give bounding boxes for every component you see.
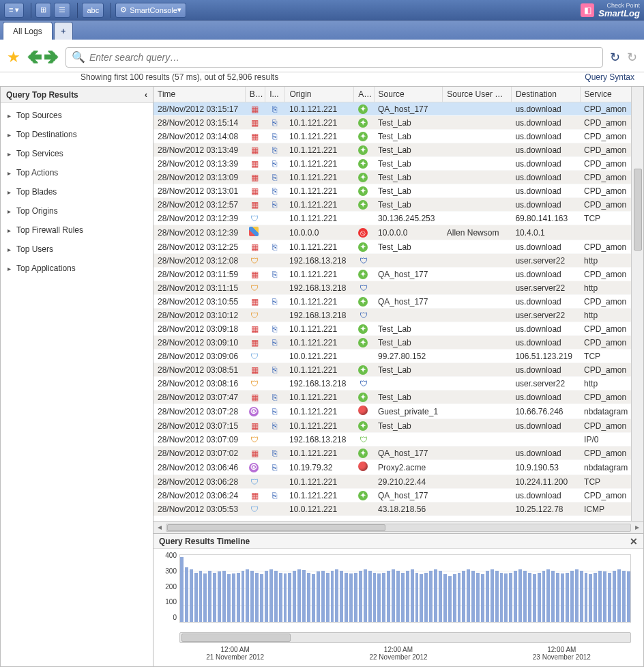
table-row[interactable]: 28/Nov/2012 03:07:02▦⎘10.1.121.221✦QA_ho… xyxy=(153,446,643,460)
table-row[interactable]: 28/Nov/2012 03:13:39▦⎘10.1.121.221✦Test_… xyxy=(153,157,643,171)
sidebar-item-top-users[interactable]: ▸Top Users xyxy=(1,240,153,259)
close-icon[interactable]: ✕ xyxy=(630,536,638,547)
cell-user xyxy=(443,268,512,281)
search-box[interactable]: 🔍 xyxy=(65,47,603,68)
hscroll-right-icon[interactable]: ▸ xyxy=(632,522,643,533)
table-row[interactable]: 28/Nov/2012 03:12:57▦⎘10.1.121.221✦Test_… xyxy=(153,198,643,212)
sidebar-item-top-actions[interactable]: ▸Top Actions xyxy=(1,163,153,182)
column-header[interactable]: Destination xyxy=(511,87,580,102)
cell-origin: 10.1.121.221 xyxy=(285,102,354,116)
table-row[interactable]: 28/Nov/2012 03:15:17▦⎘10.1.121.221✦QA_ho… xyxy=(153,102,643,116)
cell-source: Test_Lab xyxy=(374,363,443,377)
cell-info: ⎘ xyxy=(265,198,285,212)
table-row[interactable]: 28/Nov/2012 03:08:51▦⎘10.1.121.221✦Test_… xyxy=(153,363,643,377)
vertical-scrollbar[interactable] xyxy=(631,87,643,521)
accept-icon: ✦ xyxy=(358,338,368,347)
left-panel-header[interactable]: Query Top Results ‹ xyxy=(1,87,153,103)
column-header[interactable]: Source User N... xyxy=(443,87,512,102)
sidebar-item-top-firewall-rules[interactable]: ▸Top Firewall Rules xyxy=(1,221,153,240)
log-icon: ⎘ xyxy=(269,242,280,252)
table-row[interactable]: 28/Nov/2012 03:06:24▦⎘10.1.121.221✦QA_ho… xyxy=(153,489,643,502)
nav-back-icon[interactable]: 🡸 xyxy=(27,48,42,66)
cell-dest xyxy=(511,433,580,446)
cell-time: 28/Nov/2012 03:13:49 xyxy=(153,143,245,157)
table-row[interactable]: 28/Nov/2012 03:09:06🛡10.0.121.22199.27.8… xyxy=(153,350,643,363)
cell-blade: 🛡 xyxy=(245,377,265,391)
query-syntax-link[interactable]: Query Syntax xyxy=(585,72,634,82)
table-row[interactable]: 28/Nov/2012 03:06:46⦿⎘10.19.79.32Proxy2.… xyxy=(153,460,643,475)
cell-source: 30.136.245.253 xyxy=(374,212,443,225)
chart-bar xyxy=(415,573,419,623)
hscroll-thumb[interactable] xyxy=(167,524,385,531)
menu-button[interactable]: ≡ ▾ xyxy=(4,3,24,18)
table-row[interactable]: 28/Nov/2012 03:11:59▦⎘10.1.121.221✦QA_ho… xyxy=(153,268,643,281)
cell-origin: 10.19.79.32 xyxy=(285,460,354,475)
table-row[interactable]: 28/Nov/2012 03:13:09▦⎘10.1.121.221✦Test_… xyxy=(153,171,643,184)
table-row[interactable]: 28/Nov/2012 03:12:39🛡10.1.121.22130.136.… xyxy=(153,212,643,225)
cell-dest: us.download xyxy=(511,419,580,433)
identity-icon: ⦿ xyxy=(249,463,259,472)
column-header[interactable]: A... xyxy=(354,87,374,102)
table-row[interactable]: 28/Nov/2012 03:09:18▦⎘10.1.121.221✦Test_… xyxy=(153,322,643,336)
table-row[interactable]: 28/Nov/2012 03:07:09🛡192.168.13.218🛡IP/0 xyxy=(153,433,643,446)
table-row[interactable]: 28/Nov/2012 03:05:53🛡10.0.121.22143.18.2… xyxy=(153,502,643,516)
brand-logo-icon: ◧ xyxy=(581,3,594,17)
chart-bar xyxy=(491,569,494,623)
tab-all-logs[interactable]: All Logs xyxy=(3,22,53,40)
table-row[interactable]: 28/Nov/2012 03:07:47▦⎘10.1.121.221✦Test_… xyxy=(153,391,643,404)
cell-user xyxy=(443,102,512,116)
column-header[interactable]: Source xyxy=(374,87,443,102)
chart-bar xyxy=(486,571,489,622)
table-row[interactable]: 28/Nov/2012 03:14:08▦⎘10.1.121.221✦Test_… xyxy=(153,130,643,143)
sidebar-item-top-services[interactable]: ▸Top Services xyxy=(1,144,153,163)
smartconsole-menu[interactable]: ⚙SmartConsole ▾ xyxy=(115,3,186,18)
table-row[interactable]: 28/Nov/2012 03:09:10▦⎘10.1.121.221✦Test_… xyxy=(153,336,643,350)
refresh-icon[interactable]: ↻ xyxy=(610,50,620,65)
search-input[interactable] xyxy=(89,52,597,63)
list-view-button[interactable]: ☰ xyxy=(54,3,70,18)
favorite-icon[interactable]: ★ xyxy=(7,48,20,66)
table-header: TimeB...I...OriginA...SourceSource User … xyxy=(153,87,643,102)
sidebar-item-top-applications[interactable]: ▸Top Applications xyxy=(1,259,153,278)
hscroll-left-icon[interactable]: ◂ xyxy=(154,522,165,533)
table-row[interactable]: 28/Nov/2012 03:13:49▦⎘10.1.121.221✦Test_… xyxy=(153,143,643,157)
log-icon: ⎘ xyxy=(269,200,280,210)
table-row[interactable]: 28/Nov/2012 03:15:14▦⎘10.1.121.221✦Test_… xyxy=(153,116,643,130)
column-header[interactable]: B... xyxy=(245,87,265,102)
table-row[interactable]: 28/Nov/2012 03:11:15🛡192.168.13.218🛡user… xyxy=(153,281,643,295)
timeline-scroll-thumb[interactable] xyxy=(181,634,291,642)
table-row[interactable]: 28/Nov/2012 03:12:08🛡192.168.13.218🛡user… xyxy=(153,254,643,268)
auto-refresh-icon[interactable]: ↻ xyxy=(627,50,637,65)
column-header[interactable]: Origin xyxy=(285,87,354,102)
collapse-icon[interactable]: ‹ xyxy=(145,90,147,100)
sidebar-item-top-origins[interactable]: ▸Top Origins xyxy=(1,201,153,221)
grid-view-button[interactable]: ⊞ xyxy=(35,3,51,18)
column-header[interactable]: I... xyxy=(265,87,285,102)
sidebar-item-top-blades[interactable]: ▸Top Blades xyxy=(1,182,153,201)
horizontal-scrollbar[interactable]: ◂ ▸ xyxy=(153,521,643,533)
cell-blade: ▦ xyxy=(245,446,265,460)
table-row[interactable]: 28/Nov/2012 03:07:28⦿⎘10.1.121.221Guest_… xyxy=(153,404,643,419)
table-row[interactable]: 28/Nov/2012 03:06:28🛡10.1.121.22129.210.… xyxy=(153,475,643,489)
firewall-icon: ▦ xyxy=(249,421,260,431)
chart-bar xyxy=(302,570,306,622)
table-row[interactable]: 28/Nov/2012 03:13:01▦⎘10.1.121.221✦Test_… xyxy=(153,184,643,198)
table-row[interactable]: 28/Nov/2012 03:08:16🛡192.168.13.218🛡user… xyxy=(153,377,643,391)
table-row[interactable]: 28/Nov/2012 03:07:15▦⎘10.1.121.221✦Test_… xyxy=(153,419,643,433)
sidebar-item-top-sources[interactable]: ▸Top Sources xyxy=(1,106,153,125)
timeline-scrollbar[interactable] xyxy=(179,632,631,643)
cell-source: Test_Lab xyxy=(374,391,443,404)
cell-blade: 🛡 xyxy=(245,281,265,295)
table-row[interactable]: 28/Nov/2012 03:12:25▦⎘10.1.121.221✦Test_… xyxy=(153,240,643,254)
nav-forward-icon[interactable]: 🡺 xyxy=(44,48,59,66)
table-row[interactable]: 28/Nov/2012 03:12:3910.0.0.0⦸10.0.0.0All… xyxy=(153,225,643,240)
accept-icon: ✦ xyxy=(358,159,368,169)
table-row[interactable]: 28/Nov/2012 03:10:55▦⎘10.1.121.221✦QA_ho… xyxy=(153,295,643,309)
column-header[interactable]: Time xyxy=(153,87,245,102)
tab-add[interactable]: + xyxy=(54,22,73,40)
chevron-right-icon: ▸ xyxy=(8,131,11,139)
vscroll-thumb[interactable] xyxy=(634,169,642,251)
abc-button[interactable]: abc xyxy=(82,3,104,18)
sidebar-item-top-destinations[interactable]: ▸Top Destinations xyxy=(1,125,153,144)
table-row[interactable]: 28/Nov/2012 03:10:12🛡192.168.13.218🛡user… xyxy=(153,309,643,322)
